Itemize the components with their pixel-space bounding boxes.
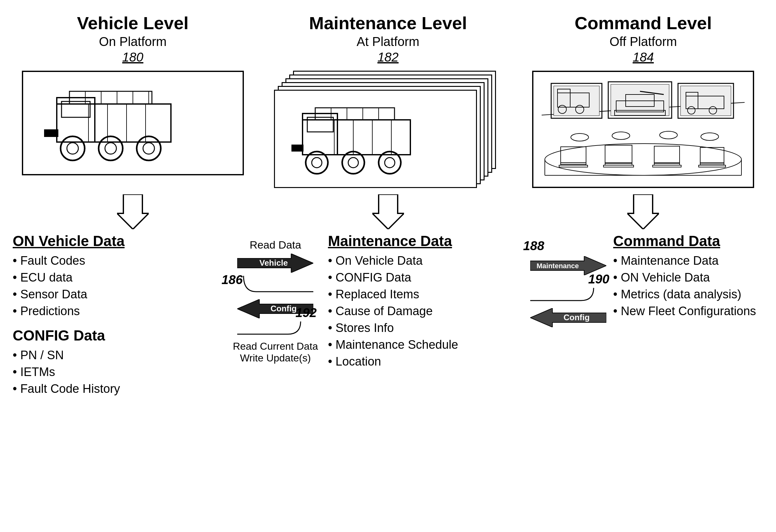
vehicle-image-container — [13, 71, 253, 175]
on-vehicle-item-4: • Predictions — [13, 304, 223, 318]
ref-188: 188 — [523, 239, 545, 253]
svg-rect-69 — [603, 165, 634, 167]
command-data-column: Command Data • Maintenance Data • ON Veh… — [613, 232, 763, 321]
command-down-arrow-svg — [627, 194, 659, 229]
maint-item-5: • Stores Info — [328, 321, 523, 335]
maint-item-4: • Cause of Damage — [328, 304, 523, 318]
maintenance-arrow-down — [268, 194, 508, 229]
bullet-c3: • — [13, 382, 20, 395]
bullet-1: • — [13, 254, 20, 267]
connector-maintenance-command: 188 Maintenance 190 Config — [523, 232, 613, 327]
svg-text:Vehicle: Vehicle — [259, 258, 288, 268]
ref-192: 192 — [296, 306, 317, 320]
bullet-c1: • — [13, 348, 20, 362]
bullet-cmd4: • — [613, 304, 621, 318]
maintenance-title: Maintenance Level — [268, 13, 508, 33]
vehicle-title: Vehicle Level — [13, 13, 253, 33]
vehicle-image-box — [22, 71, 244, 175]
maintenance-down-arrow-svg — [372, 194, 404, 229]
bullet-c2: • — [13, 365, 20, 378]
cmd-item-2: • ON Vehicle Data — [613, 271, 763, 284]
svg-point-8 — [67, 143, 78, 154]
config-item-3: • Fault Code History — [13, 382, 223, 396]
bullet-m5: • — [328, 321, 336, 334]
curve-186-svg — [237, 276, 313, 295]
ref-192-area: 192 — [237, 321, 313, 339]
maint-item-2: • CONFIG Data — [328, 271, 523, 284]
maint-item-1: • On Vehicle Data — [328, 254, 523, 268]
bullet-m1: • — [328, 254, 336, 267]
read-write-labels: Read Current Data Write Update(s) — [233, 340, 318, 364]
svg-point-78 — [659, 131, 677, 139]
ref-190-area: 190 — [530, 288, 606, 305]
headers-row: Vehicle Level On Platform 180 Maintenanc… — [13, 13, 763, 64]
svg-point-76 — [571, 134, 589, 141]
config-item-1: • PN / SN — [13, 348, 223, 362]
data-sections-row: ON Vehicle Data • Fault Codes • ECU data… — [13, 232, 763, 399]
bullet-m4: • — [328, 304, 336, 318]
command-data-title: Command Data — [613, 232, 763, 250]
svg-text:Maintenance: Maintenance — [537, 262, 579, 270]
maintenance-ref: 182 — [268, 50, 508, 64]
svg-rect-55 — [681, 86, 731, 116]
maintenance-header: Maintenance Level At Platform 182 — [268, 13, 508, 64]
bullet-3: • — [13, 288, 20, 301]
vehicle-header: Vehicle Level On Platform 180 — [13, 13, 253, 64]
svg-rect-13 — [44, 129, 58, 137]
command-image-container — [523, 71, 763, 188]
ref-186-area: 186 — [237, 276, 313, 296]
vehicle-arrow-down — [13, 194, 253, 229]
svg-point-9 — [99, 136, 123, 161]
cmd-item-1: • Maintenance Data — [613, 254, 763, 268]
maint-item-3: • Replaced Items — [328, 288, 523, 301]
command-title: Command Level — [523, 13, 763, 33]
bullet-cmd3: • — [613, 288, 621, 301]
svg-rect-66 — [559, 165, 588, 167]
bullet-2: • — [13, 271, 20, 284]
svg-point-28 — [312, 158, 322, 168]
command-header: Command Level Off Platform 184 — [523, 13, 763, 64]
maint-item-6: • Maintenance Schedule — [328, 338, 523, 351]
svg-point-30 — [348, 158, 358, 168]
vehicle-subtitle: On Platform — [13, 35, 253, 49]
bullet-m7: • — [328, 355, 336, 368]
command-subtitle: Off Platform — [523, 35, 763, 49]
curve-192-svg — [237, 321, 313, 337]
svg-rect-49 — [611, 84, 669, 116]
maintenance-image-container — [268, 71, 508, 191]
vehicle-truck-image — [38, 79, 228, 168]
on-vehicle-item-1: • Fault Codes — [13, 254, 223, 268]
maintenance-subtitle: At Platform — [268, 35, 508, 49]
cmd-item-4: • New Fleet Configurations — [613, 304, 763, 318]
maintenance-data-list: • On Vehicle Data • CONFIG Data • Replac… — [328, 254, 523, 368]
bullet-cmd1: • — [613, 254, 621, 267]
ref-190: 190 — [588, 272, 609, 286]
svg-point-77 — [612, 132, 630, 140]
bullet-m3: • — [328, 288, 336, 301]
command-ref: 184 — [523, 50, 763, 64]
on-vehicle-data-list: • Fault Codes • ECU data • Sensor Data •… — [13, 254, 223, 318]
svg-rect-72 — [653, 165, 681, 167]
config-data-title: CONFIG Data — [13, 327, 223, 344]
command-office-image — [542, 77, 745, 182]
svg-point-7 — [60, 136, 85, 161]
maintenance-stacked-box — [274, 71, 502, 191]
svg-point-60 — [545, 144, 741, 175]
svg-point-12 — [143, 143, 155, 154]
arrows-row — [13, 194, 763, 229]
svg-marker-81 — [372, 194, 404, 229]
maintenance-truck-image — [287, 98, 464, 180]
bullet-cmd2: • — [613, 271, 621, 284]
svg-rect-75 — [699, 165, 726, 167]
config-right-left-arrow-svg: Config — [530, 308, 606, 327]
svg-rect-64 — [561, 147, 586, 164]
svg-point-11 — [137, 136, 161, 161]
svg-rect-43 — [554, 86, 599, 116]
connector-vehicle-maintenance: Read Data Vehicle 186 Config 192 — [223, 232, 328, 364]
curve-190-svg — [530, 288, 606, 304]
command-arrow-down — [523, 194, 763, 229]
stack-card-front — [274, 90, 477, 188]
svg-point-10 — [105, 143, 117, 154]
svg-point-32 — [385, 158, 395, 168]
on-vehicle-item-2: • ECU data — [13, 271, 223, 284]
